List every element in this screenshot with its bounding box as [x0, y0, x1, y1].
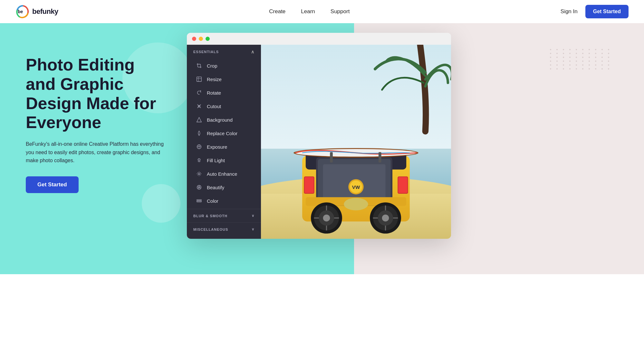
hero-title: Photo Editing and Graphic Design Made fo… [26, 55, 168, 132]
svg-marker-4 [197, 117, 201, 122]
svg-rect-30 [330, 152, 333, 163]
blur-smooth-chevron-icon: ∨ [252, 214, 255, 218]
fill-light-label: Fill Light [207, 158, 225, 163]
sign-in-link[interactable]: Sign In [561, 8, 578, 15]
sidebar-section-misc[interactable]: MISCELLANEOUS ∨ [187, 222, 261, 236]
svg-rect-12 [197, 201, 201, 202]
color-icon [196, 198, 202, 204]
sidebar: ESSENTIALS ∧ Crop [187, 45, 261, 239]
hero-description: BeFunky's all-in-one online Creative Pla… [26, 140, 168, 165]
sidebar-item-beautify[interactable]: Beautify [187, 181, 261, 194]
canvas-area: VW [261, 45, 451, 239]
rotate-icon [196, 89, 202, 96]
hero-section: for(let i=0;i<60;i++) document.currentSc… [0, 23, 644, 274]
sidebar-item-rotate[interactable]: Rotate [187, 86, 261, 99]
crop-label: Crop [207, 63, 217, 69]
nav-create[interactable]: Create [269, 8, 285, 15]
auto-enhance-label: Auto Enhance [207, 171, 237, 177]
svg-point-8 [198, 173, 200, 174]
beach-illustration: VW [261, 45, 451, 239]
resize-icon [196, 76, 202, 82]
color-label: Color [207, 198, 218, 204]
logo[interactable]: be befunky [15, 5, 58, 19]
cutout-icon [196, 103, 202, 109]
crop-icon [196, 62, 202, 69]
exposure-icon [196, 144, 202, 150]
svg-text:be: be [18, 9, 23, 14]
svg-point-7 [198, 159, 200, 160]
app-window: ESSENTIALS ∧ Crop [187, 33, 451, 239]
titlebar-maximize [206, 37, 210, 41]
exposure-label: Exposure [207, 144, 227, 150]
svg-rect-23 [305, 177, 314, 193]
blur-smooth-label: BLUR & SMOOTH [193, 214, 227, 218]
hero-get-started-button[interactable]: Get Started [26, 176, 79, 193]
titlebar-close [192, 37, 196, 41]
svg-rect-2 [197, 77, 201, 81]
replace-color-icon [196, 130, 202, 136]
background-icon [196, 116, 202, 123]
essentials-chevron-icon: ∧ [251, 49, 255, 54]
sidebar-item-resize[interactable]: Resize [187, 72, 261, 86]
sidebar-item-background[interactable]: Background [187, 113, 261, 126]
hero-content: Photo Editing and Graphic Design Made fo… [0, 23, 168, 212]
sidebar-item-exposure[interactable]: Exposure [187, 140, 261, 154]
navigation: be befunky Create Learn Support Sign In … [0, 0, 644, 23]
nav-actions: Sign In Get Started [561, 5, 629, 18]
background-label: Background [207, 117, 233, 123]
miscellaneous-label: MISCELLANEOUS [193, 228, 228, 231]
app-body: ESSENTIALS ∧ Crop [187, 45, 451, 239]
sidebar-item-auto-enhance[interactable]: Auto Enhance [187, 167, 261, 181]
svg-point-43 [382, 215, 389, 222]
auto-enhance-icon [196, 171, 202, 177]
fill-light-icon [196, 157, 202, 163]
svg-rect-31 [379, 152, 381, 163]
svg-text:VW: VW [352, 184, 360, 190]
rotate-label: Rotate [207, 90, 221, 96]
svg-point-35 [323, 215, 330, 222]
nav-support[interactable]: Support [331, 8, 350, 15]
svg-rect-11 [197, 200, 201, 200]
nav-get-started-button[interactable]: Get Started [585, 5, 629, 18]
sidebar-item-color[interactable]: Color [187, 194, 261, 208]
beautify-icon [196, 184, 202, 191]
essentials-label: ESSENTIALS [193, 50, 219, 54]
sidebar-item-fill-light[interactable]: Fill Light [187, 154, 261, 167]
sidebar-item-replace-color[interactable]: Replace Color [187, 126, 261, 140]
cutout-label: Cutout [207, 104, 221, 109]
nav-links: Create Learn Support [269, 8, 350, 15]
svg-rect-25 [398, 177, 407, 193]
app-window-wrapper: ESSENTIALS ∧ Crop [168, 23, 644, 239]
nav-learn[interactable]: Learn [301, 8, 315, 15]
sidebar-item-cutout[interactable]: Cutout [187, 99, 261, 113]
logo-text: befunky [32, 7, 58, 16]
beautify-label: Beautify [207, 185, 224, 190]
sidebar-section-blur[interactable]: BLUR & SMOOTH ∨ [187, 209, 261, 222]
sidebar-item-crop[interactable]: Crop [187, 59, 261, 72]
svg-point-27 [344, 198, 368, 210]
logo-icon: be [15, 5, 30, 19]
titlebar-minimize [199, 37, 203, 41]
app-titlebar [187, 33, 451, 45]
resize-label: Resize [207, 77, 222, 82]
sidebar-section-essentials[interactable]: ESSENTIALS ∧ [187, 45, 261, 59]
replace-color-label: Replace Color [207, 131, 237, 136]
misc-chevron-icon: ∨ [252, 227, 255, 231]
